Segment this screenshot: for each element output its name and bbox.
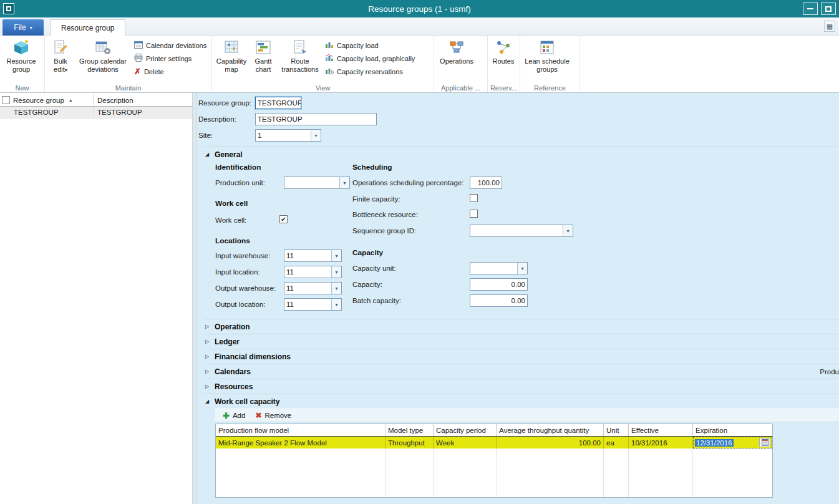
finite-capacity-checkbox[interactable] [470,194,478,202]
operations-flow-icon [449,39,465,56]
list-cell-description: TESTGROUP [94,109,192,116]
expanded-icon: ◢ [204,399,210,404]
capacity-load-button[interactable]: Capacity load [325,40,415,51]
output-warehouse-label: Output warehouse: [215,284,276,292]
list-row-testgroup[interactable]: TESTGROUP TESTGROUP [0,107,192,119]
description-input[interactable]: TESTGROUP [255,113,377,125]
ribbon-group-label-new: New [0,84,44,92]
section-operation[interactable]: ▷ Operation [204,319,839,334]
capacity-unit-combo[interactable]: ▾ [470,262,528,274]
output-location-combo[interactable]: 11 ▾ [284,298,342,311]
capacity-load-graphically-label: Capacity load, graphically [337,55,415,62]
section-work-cell-capacity-title: Work cell capacity [215,397,280,406]
cell-model-type: Throughput [386,437,434,448]
osp-input[interactable]: 100.00 [470,177,502,189]
new-resource-group-button[interactable]: Resource group [2,37,41,74]
section-work-cell-capacity[interactable]: ◢ Work cell capacity [204,394,839,409]
site-combo[interactable]: 1 ▾ [255,129,321,142]
section-general[interactable]: ◢ General [204,147,839,162]
dropdown-arrow-icon[interactable]: ▾ [331,266,341,278]
capacity-input[interactable]: 0.00 [470,278,528,291]
printer-settings-button[interactable]: Printer settings [134,53,206,64]
panel-splitter[interactable]: ⋮⋮ [192,93,196,504]
capacity-unit-label: Capacity unit: [352,264,396,272]
bottleneck-resource-checkbox[interactable] [470,210,478,218]
col-average-throughput-quantity[interactable]: Average throughput quantity [497,424,604,436]
col-unit[interactable]: Unit [604,424,629,436]
capability-map-button[interactable]: Capability map [214,37,249,74]
calendar-icon [134,41,143,50]
description-field-label: Description: [198,115,236,123]
production-unit-combo[interactable]: ▾ [284,177,350,189]
calendar-deviations-label: Calendar deviations [146,42,206,49]
input-location-value: 11 [284,266,331,278]
col-effective[interactable]: Effective [629,424,693,436]
dropdown-arrow-icon[interactable]: ▾ [331,250,341,261]
file-menu-button[interactable]: File ▾ [2,19,44,36]
section-resources[interactable]: ▷ Resources [204,379,839,394]
printer-settings-label: Printer settings [146,55,192,62]
delete-button[interactable]: ✗ Delete [134,66,206,77]
capacity-load-graphically-button[interactable]: Capacity load, graphically [325,53,415,64]
batch-capacity-input[interactable]: 0.00 [470,294,528,307]
input-location-combo[interactable]: 11 ▾ [284,266,342,278]
add-button[interactable]: ✚ Add [223,411,245,420]
capacity-subtitle: Capacity [352,248,383,257]
section-ledger[interactable]: ▷ Ledger [204,334,839,349]
minimize-button[interactable] [803,2,818,15]
capacity-reservations-button[interactable]: Capacity reservations [325,66,415,77]
dropdown-arrow-icon[interactable]: ▾ [339,177,349,188]
cell-expiration-editing[interactable]: 12/31/2016 [693,437,772,448]
bulk-edit-button[interactable]: Bulk edit▾ [47,37,74,74]
layout-toggle-icon[interactable]: ▦ [824,21,835,32]
maximize-button[interactable] [821,2,836,15]
sequence-group-label: Sequence group ID: [352,227,416,235]
ribbon-group-view: Capability map Gantt chart Route transac… [212,36,434,92]
dropdown-arrow-icon[interactable]: ▾ [311,130,321,141]
remove-button[interactable]: ✖ Remove [255,411,291,420]
dropdown-arrow-icon[interactable]: ▾ [517,263,527,274]
input-warehouse-combo[interactable]: 11 ▾ [284,250,342,262]
capacity-reservations-label: Capacity reservations [337,68,403,75]
ribbon-group-reservations: Routes Reserv... [488,36,520,92]
group-calendar-deviations-button[interactable]: Group calendar deviations [74,37,132,74]
operations-button[interactable]: Operations [436,37,477,65]
list-header-description[interactable]: Description [94,94,192,106]
col-production-flow-model[interactable]: Production flow model [216,424,386,436]
input-warehouse-value: 11 [284,250,331,261]
work-cell-label: Work cell: [215,216,246,224]
calendar-gear-icon [95,39,111,56]
date-picker-button[interactable] [759,438,770,447]
sequence-group-combo[interactable]: ▾ [470,225,573,237]
dropdown-arrow-icon[interactable]: ▾ [331,299,341,310]
col-capacity-period[interactable]: Capacity period [434,424,497,436]
titlebar: Resource groups (1 - usmf) [0,0,839,17]
maintain-small-buttons: Calendar deviations Printer settings ✗ D… [134,37,206,77]
route-transactions-button[interactable]: Route transactions [278,37,323,74]
dropdown-arrow-icon[interactable]: ▾ [563,225,573,236]
cell-unit: ea [604,437,629,448]
chevron-down-icon: ▾ [65,67,67,73]
section-calendars[interactable]: ▷ Calendars Produ [204,364,839,379]
col-model-type[interactable]: Model type [386,424,434,436]
output-warehouse-combo[interactable]: 11 ▾ [284,282,342,294]
capability-map-icon [223,39,240,56]
tab-resource-group[interactable]: Resource group [50,19,125,36]
grid-data-row-highlighted[interactable]: Mid-Range Speaker 2 Flow Model Throughpu… [216,437,772,448]
resource-group-input[interactable]: TESTGROUP [255,97,301,109]
section-financial-dimensions[interactable]: ▷ Financial dimensions [204,349,839,364]
osp-label: Operations scheduling percentage: [352,179,463,187]
new-resource-group-label: Resource group [2,57,41,74]
select-all-checkbox[interactable] [2,96,10,104]
app-icon [3,3,14,14]
routes-button[interactable]: Routes [490,37,517,65]
calendar-deviations-button[interactable]: Calendar deviations [134,40,206,51]
gantt-chart-button[interactable]: Gantt chart [249,37,278,74]
work-cell-checkbox[interactable]: ✔ [279,215,288,223]
bulk-edit-label: Bulk edit▾ [47,57,74,74]
list-header-resource-group[interactable]: Resource group ▲ [0,94,94,106]
dropdown-arrow-icon[interactable]: ▾ [331,283,341,294]
ribbon-group-applicable: Operations Applicable ... [434,36,488,92]
col-expiration[interactable]: Expiration [693,424,772,436]
lean-schedule-groups-button[interactable]: Lean schedule groups [522,37,572,74]
